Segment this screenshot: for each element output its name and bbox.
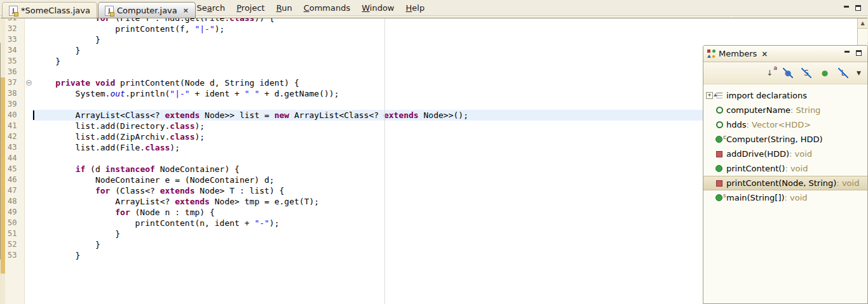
close-icon[interactable]: × xyxy=(183,6,189,15)
hide-static-icon: S xyxy=(801,68,811,78)
code-line: } xyxy=(32,34,858,45)
member-item-import-declarations[interactable]: +import declarations xyxy=(703,88,867,103)
hide-local-types-button[interactable]: L xyxy=(838,68,848,78)
line-number: 32 xyxy=(5,23,24,34)
line-number: 47 xyxy=(5,185,24,196)
minimize-button[interactable] xyxy=(843,50,851,57)
sort-button[interactable]: ↓a xyxy=(764,68,775,78)
line-number: 52 xyxy=(5,239,24,250)
line-number: 53 xyxy=(5,250,24,261)
line-number: 36 xyxy=(5,67,24,77)
code-line: for (File f : hdd.get(File.class)) { xyxy=(32,18,858,23)
java-file-icon: J xyxy=(105,6,114,16)
line-number: 46 xyxy=(5,175,24,185)
line-number: 34 xyxy=(5,45,24,56)
fold-collapse-icon[interactable] xyxy=(26,80,32,86)
member-type: : void xyxy=(789,149,812,159)
maximize-button[interactable] xyxy=(855,5,863,12)
line-number: 49 xyxy=(5,207,24,218)
show-public-button[interactable]: ● xyxy=(820,68,830,78)
hide-static-button[interactable]: S xyxy=(801,68,811,78)
member-label: main(String[]) xyxy=(726,193,785,202)
editor-tab-label: *SomeClass.java xyxy=(21,6,90,15)
method-private-icon xyxy=(715,151,726,157)
member-item-printcontent-[interactable]: printContent() : void xyxy=(703,161,867,176)
line-number: 51 xyxy=(5,228,24,239)
line-number: 50 xyxy=(5,218,24,228)
line-number: 40 xyxy=(5,110,24,121)
text-cursor xyxy=(33,110,34,120)
editor-tab-bar: J*SomeClass.javaJComputer.java× xyxy=(1,1,509,18)
line-number: 33 xyxy=(5,34,24,45)
member-label: printContent(Node, String) xyxy=(726,178,836,188)
member-type: : void xyxy=(785,164,808,173)
member-type: : void xyxy=(785,193,808,202)
line-number: 38 xyxy=(5,88,24,99)
line-number: 45 xyxy=(5,164,24,175)
constructor-icon: c xyxy=(715,136,726,143)
line-number: 42 xyxy=(5,131,24,142)
maximize-button[interactable] xyxy=(855,50,864,57)
editor-tab-computer-java[interactable]: JComputer.java× xyxy=(98,2,196,18)
member-label: Computer(String, HDD) xyxy=(726,135,823,144)
member-item-printcontent-node-string-[interactable]: printContent(Node, String) : void xyxy=(703,176,867,190)
member-item-computername[interactable]: computerName : String xyxy=(703,103,867,117)
member-label: import declarations xyxy=(726,91,807,100)
code-line: printContent(f, "|-"); xyxy=(32,23,858,34)
member-label: computerName xyxy=(726,105,790,115)
eclipse-workbench: FileEditSourceRefactorNavigateSearchProj… xyxy=(0,0,868,304)
method-public-icon: s xyxy=(715,194,726,201)
member-item-adddrive-hdd-[interactable]: addDrive(HDD) : void xyxy=(703,147,867,161)
members-panel: Members × ↓a●S●L▼ +import declarationsco… xyxy=(703,45,868,304)
imports-icon xyxy=(715,93,726,98)
scroll-up-icon[interactable]: ▲ xyxy=(858,18,867,29)
close-icon[interactable]: × xyxy=(761,50,768,58)
view-menu-caret-icon: ▼ xyxy=(857,70,861,76)
line-number: 44 xyxy=(5,153,24,164)
line-number: 48 xyxy=(5,196,24,207)
hide-fields-button[interactable]: ● xyxy=(783,68,793,78)
sort-icon: ↓a xyxy=(764,68,775,78)
line-number: 35 xyxy=(5,56,24,67)
editor-area: J*SomeClass.javaJComputer.java× 31323334… xyxy=(0,0,510,260)
member-label: hdds xyxy=(726,120,747,129)
member-item-computer-string-hdd-[interactable]: cComputer(String, HDD) xyxy=(703,132,867,147)
minimize-button[interactable] xyxy=(843,5,851,12)
method-public-icon xyxy=(715,165,726,172)
view-menu-button[interactable]: ▼ xyxy=(857,70,861,76)
line-number-gutter: 3132333435363738394041424344454647484950… xyxy=(5,18,24,304)
member-item-main-string-[interactable]: smain(String[]) : void xyxy=(703,190,867,205)
java-file-icon: J xyxy=(9,6,18,16)
editor-tab--someclass-java[interactable]: J*SomeClass.java xyxy=(2,2,97,18)
member-type: : String xyxy=(790,105,820,115)
member-item-hdds[interactable]: hdds : Vector<HDD> xyxy=(703,117,867,132)
member-label: printContent() xyxy=(726,164,785,173)
member-type: : Vector<HDD> xyxy=(747,120,811,129)
quick-diff-strip xyxy=(1,18,5,304)
method-private-icon xyxy=(715,180,726,187)
field-icon xyxy=(715,121,726,128)
line-number: 43 xyxy=(5,142,24,153)
hide-fields-icon: ● xyxy=(783,68,793,78)
member-type: : void xyxy=(836,178,859,188)
members-header: Members × xyxy=(703,46,867,62)
members-icon xyxy=(707,50,715,58)
line-number: 41 xyxy=(5,121,24,131)
member-label: addDrive(HDD) xyxy=(726,149,789,159)
line-number: 37 xyxy=(5,77,24,88)
hide-local-icon: L xyxy=(838,68,848,78)
folding-column xyxy=(24,18,33,304)
print-margin-line xyxy=(384,18,385,304)
members-toolbar: ↓a●S●L▼ xyxy=(703,62,867,84)
line-number: 31 xyxy=(5,18,24,23)
public-dot-icon: ● xyxy=(820,68,830,78)
editor-tab-label: Computer.java xyxy=(117,6,177,15)
members-list: +import declarationscomputerName : Strin… xyxy=(703,84,867,205)
field-icon xyxy=(715,107,726,114)
members-title: Members xyxy=(719,49,757,58)
line-number: 39 xyxy=(5,99,24,110)
